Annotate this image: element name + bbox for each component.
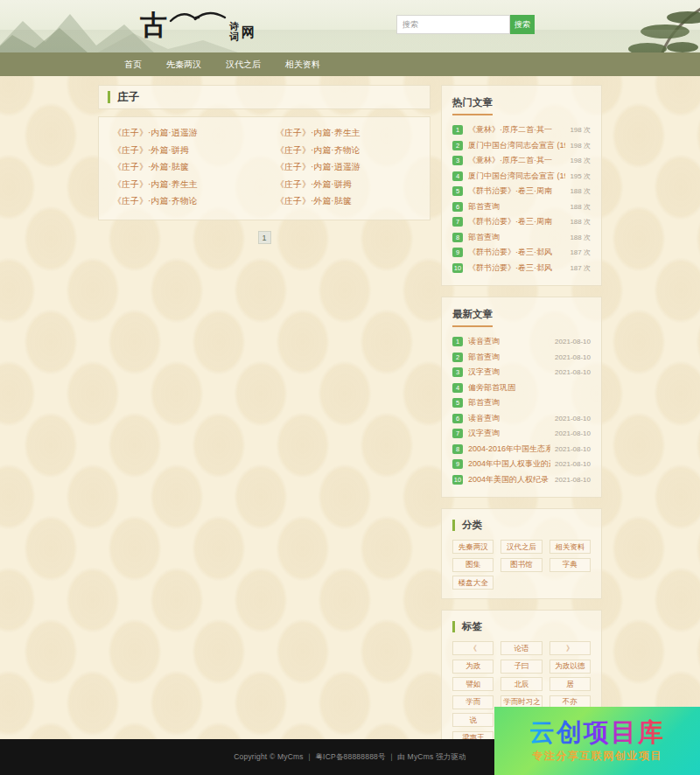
logo-swoosh-icon <box>169 7 227 23</box>
article-link[interactable]: 《庄子》·内篇·养生主 <box>276 129 416 138</box>
article-title-link[interactable]: 《群书治要》·卷三·周南 <box>468 185 565 197</box>
nav-link[interactable]: 先秦两汉 <box>154 52 214 76</box>
latest-article-row: 1读音查询2021-08-10 <box>452 337 591 347</box>
nav-link[interactable]: 首页 <box>112 52 154 76</box>
hot-articles-heading: 热门文章 <box>452 96 591 115</box>
article-title-link[interactable]: 2004-2016年中国生态系统研究 <box>468 443 550 455</box>
article-title-link[interactable]: 2004年美国的人权纪录 <box>468 474 550 485</box>
article-link[interactable]: 《庄子》·外篇·胠箧 <box>276 197 416 206</box>
logo-char-2: 诗 <box>229 21 239 31</box>
article-link[interactable]: 《庄子》·外篇·骈拇 <box>113 146 253 156</box>
nav-item: 首页 <box>112 52 154 76</box>
article-title-link[interactable]: 部首查询 <box>468 397 586 408</box>
latest-article-row: 102004年美国的人权纪录2021-08-10 <box>452 475 591 485</box>
category-chip[interactable]: 楼盘大全 <box>452 576 494 590</box>
tag-chip[interactable]: 学而 <box>452 695 494 709</box>
article-title-link[interactable]: 读音查询 <box>468 336 550 347</box>
article-title-link[interactable]: 《群书治要》·卷三·邶风 <box>468 262 565 274</box>
article-link[interactable]: 《庄子》·内篇·齐物论 <box>113 197 253 206</box>
search-bar: 搜索 <box>396 15 535 34</box>
search-button[interactable]: 搜索 <box>510 15 535 34</box>
article-title-link[interactable]: 《群书治要》·卷三·邶风 <box>468 247 565 258</box>
tag-chip[interactable]: 譬如 <box>452 677 494 691</box>
latest-article-row: 4偏旁部首巩固 <box>452 383 591 394</box>
tag-chip[interactable]: 梁惠王 <box>452 731 494 740</box>
article-title-link[interactable]: 厦门中国台湾同志会宣言 (1925 <box>468 140 565 151</box>
rank-badge: 8 <box>452 444 463 454</box>
watermark-title: 云创项目库 <box>529 719 665 745</box>
tag-chip[interactable]: 居 <box>550 677 591 691</box>
tag-chip[interactable]: 《 <box>452 641 494 655</box>
article-link[interactable]: 《庄子》·外篇·骈拇 <box>276 180 416 190</box>
latest-article-row: 7汉字查询2021-08-10 <box>452 429 591 439</box>
page-title-card: 庄子 <box>98 85 430 109</box>
tag-chip[interactable]: 》 <box>550 641 591 655</box>
tag-chip[interactable]: 为政以德 <box>550 660 591 674</box>
latest-article-row: 3汉字查询2021-08-10 <box>452 367 591 378</box>
logo-chars-stack: 诗 词 <box>229 21 239 45</box>
publish-date: 2021-08-10 <box>555 353 591 361</box>
tags-heading: 标签 <box>452 621 591 632</box>
article-link[interactable]: 《庄子》·内篇·齐物论 <box>276 146 416 156</box>
category-chip[interactable]: 图书馆 <box>500 558 542 572</box>
latest-articles-list: 1读音查询2021-08-102部首查询2021-08-103汉字查询2021-… <box>452 337 591 485</box>
hot-article-row: 8部首查询188 次 <box>452 233 591 243</box>
latest-article-row: 92004年中国人权事业的进展2021-08-10 <box>452 459 591 470</box>
categories-card: 分类 先秦两汉汉代之后相关资料图集图书馆字典楼盘大全 <box>441 508 602 599</box>
article-title-link[interactable]: 厦门中国台湾同志会宣言 (1925 <box>468 171 565 182</box>
rank-badge: 7 <box>452 429 463 438</box>
category-chip[interactable]: 字典 <box>550 558 591 572</box>
rank-badge: 6 <box>452 414 463 423</box>
article-list-card: 《庄子》·内篇·逍遥游《庄子》·内篇·养生主《庄子》·外篇·骈拇《庄子》·内篇·… <box>98 116 430 220</box>
latest-article-row: 5部首查询 <box>452 398 591 408</box>
category-chip[interactable]: 相关资料 <box>550 540 591 554</box>
nav-link[interactable]: 相关资料 <box>273 52 332 76</box>
hot-articles-card: 热门文章 1《意林》·原序二首·其一198 次2厦门中国台湾同志会宣言 (192… <box>441 85 602 286</box>
article-title-link[interactable]: 《群书治要》·卷三·周南 <box>468 216 565 227</box>
nav-link[interactable]: 汉代之后 <box>214 52 273 76</box>
category-chip[interactable]: 图集 <box>452 558 494 572</box>
search-input[interactable] <box>396 15 510 34</box>
nav-item: 相关资料 <box>273 52 332 76</box>
view-count: 188 次 <box>570 217 591 227</box>
categories-chips: 先秦两汉汉代之后相关资料图集图书馆字典楼盘大全 <box>452 540 591 591</box>
page-number[interactable]: 1 <box>258 231 271 244</box>
logo-char-3: 词 <box>229 31 239 42</box>
tag-chip[interactable]: 子曰 <box>500 660 542 674</box>
view-count: 198 次 <box>570 141 591 150</box>
article-title-link[interactable]: 《意林》·原序二首·其一 <box>468 155 565 166</box>
site-header: 古 诗 词 网 搜索 <box>0 0 700 52</box>
rank-badge: 2 <box>452 141 463 150</box>
latest-articles-heading: 最新文章 <box>452 308 591 327</box>
tag-chip[interactable]: 为政 <box>452 660 494 674</box>
watermark-overlay: 云创项目库 专注分享互联网创业项目 <box>494 707 700 775</box>
rank-badge: 9 <box>452 459 463 469</box>
article-title-link[interactable]: 偏旁部首巩固 <box>468 382 586 394</box>
article-title-link[interactable]: 汉字查询 <box>468 428 550 439</box>
site-logo[interactable]: 古 诗 词 网 <box>140 5 255 45</box>
article-title-link[interactable]: 部首查询 <box>468 352 550 363</box>
article-title-link[interactable]: 汉字查询 <box>468 367 550 378</box>
rank-badge: 3 <box>452 367 463 377</box>
rank-badge: 5 <box>452 398 463 408</box>
content-container: 庄子 《庄子》·内篇·逍遥游《庄子》·内篇·养生主《庄子》·外篇·骈拇《庄子》·… <box>98 85 602 739</box>
article-title-link[interactable]: 部首查询 <box>468 201 565 213</box>
article-link[interactable]: 《庄子》·内篇·养生主 <box>113 180 253 190</box>
category-chip[interactable]: 汉代之后 <box>500 540 542 554</box>
publish-date: 2021-08-10 <box>555 415 591 422</box>
rank-badge: 4 <box>452 383 463 393</box>
article-link[interactable]: 《庄子》·内篇·逍遥游 <box>276 163 416 172</box>
tag-chip[interactable]: 北辰 <box>500 677 542 691</box>
article-title-link[interactable]: 读音查询 <box>468 413 550 424</box>
article-title-link[interactable]: 部首查询 <box>468 232 565 243</box>
category-chip[interactable]: 先秦两汉 <box>452 540 494 554</box>
article-link[interactable]: 《庄子》·内篇·逍遥游 <box>113 129 253 138</box>
article-title-link[interactable]: 《意林》·原序二首·其一 <box>468 124 565 136</box>
pagination: 1 <box>98 231 430 244</box>
tag-chip[interactable]: 论语 <box>500 641 542 655</box>
article-title-link[interactable]: 2004年中国人权事业的进展 <box>468 458 550 470</box>
article-link[interactable]: 《庄子》·外篇·胠箧 <box>113 163 253 172</box>
view-count: 198 次 <box>570 125 591 135</box>
copyright-text: Copyright © MyCms ｜ 粤ICP备88888888号 ｜ 由 M… <box>234 752 466 763</box>
tag-chip[interactable]: 说 <box>452 713 494 727</box>
